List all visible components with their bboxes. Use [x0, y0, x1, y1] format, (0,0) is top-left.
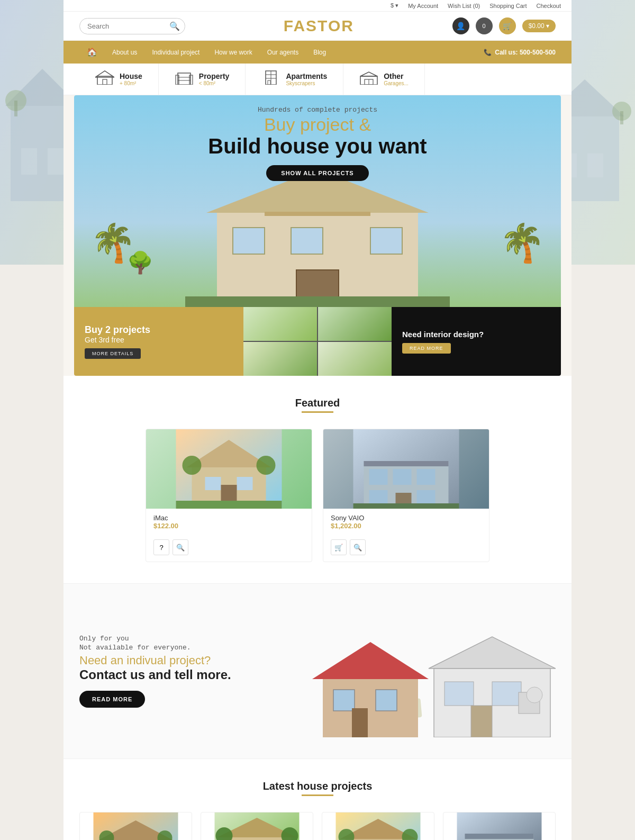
- product-actions-1: ? 🔍: [146, 535, 312, 562]
- latest-card-1: Samsung Galaxy Tab 10.1 $241.99: [79, 812, 192, 840]
- category-house[interactable]: House + 80m²: [79, 64, 159, 95]
- apartments-category-sub: Skyscrapers: [286, 80, 327, 86]
- latest-image-3: [322, 812, 434, 840]
- other-category-sub: Garages...: [384, 80, 409, 86]
- svg-rect-36: [233, 228, 265, 254]
- featured-grid: iMac $122.00 ? 🔍: [146, 429, 489, 562]
- cta-handwritten-1: Only for you: [79, 635, 231, 643]
- svg-rect-72: [492, 682, 521, 706]
- product-cart-2[interactable]: 🛒: [331, 539, 347, 555]
- wish-list-link[interactable]: Wish List (0): [448, 3, 480, 9]
- product-image-2: [323, 429, 489, 509]
- my-account-link[interactable]: My Account: [408, 3, 438, 9]
- nav-agents[interactable]: Our agents: [260, 42, 306, 62]
- nav-blog[interactable]: Blog: [306, 42, 333, 62]
- cta-title-black: Contact us and tell more.: [79, 667, 231, 682]
- svg-rect-102: [465, 834, 534, 839]
- product-card-2: Sony VAIO $1,202.00 🛒 🔍: [323, 429, 489, 562]
- nav-how-we-work[interactable]: How we work: [207, 42, 259, 62]
- svg-rect-21: [189, 75, 193, 85]
- hero-panel-thumbs: [243, 307, 392, 376]
- house-category-title: House: [120, 72, 142, 80]
- other-category-icon: [359, 70, 378, 88]
- product-zoom-1[interactable]: 🔍: [173, 539, 188, 555]
- promo-title: Buy 2 projects: [85, 324, 233, 336]
- cart-icon[interactable]: 🛒: [499, 17, 516, 34]
- product-price-2: $1,202.00: [331, 522, 482, 530]
- svg-rect-13: [587, 153, 603, 177]
- search-icon[interactable]: 🔍: [169, 21, 180, 31]
- svg-point-75: [527, 687, 542, 703]
- svg-rect-53: [364, 461, 449, 466]
- latest-title: Latest house projects: [79, 780, 556, 792]
- logo-highlight: T: [318, 17, 328, 34]
- svg-rect-60: [353, 503, 459, 509]
- checkout-link[interactable]: Checkout: [537, 3, 561, 9]
- hero-panel-interior: Need interior design? READ MORE: [392, 307, 561, 376]
- currency-selector[interactable]: $ ▾: [391, 2, 398, 9]
- notifications-icon[interactable]: 0: [476, 17, 493, 34]
- cta-read-more-button[interactable]: READ MORE: [79, 691, 145, 708]
- cta-section: Only for you Not available for everyone.…: [64, 583, 572, 758]
- nav-individual[interactable]: Individual project: [144, 42, 207, 62]
- category-property[interactable]: Property < 80m²: [159, 64, 246, 95]
- thumb-house-1: [243, 307, 317, 341]
- logo[interactable]: FASTOR: [284, 17, 354, 35]
- svg-marker-69: [429, 637, 556, 669]
- svg-rect-45: [205, 477, 221, 490]
- svg-rect-54: [369, 469, 388, 485]
- category-other[interactable]: Other Garages...: [343, 64, 425, 95]
- read-more-interior-button[interactable]: READ MORE: [402, 343, 451, 354]
- svg-rect-20: [176, 75, 179, 85]
- shopping-cart-link[interactable]: Shopping Cart: [489, 3, 527, 9]
- property-category-title: Property: [199, 72, 230, 80]
- svg-rect-15: [620, 111, 623, 124]
- house-category-sub: + 80m²: [120, 80, 142, 86]
- latest-section: Latest house projects: [64, 758, 572, 840]
- hero-wrapper: 🌴 🌴 🌳: [74, 95, 561, 376]
- latest-image-1: [80, 812, 192, 840]
- hero-text-overlay: Hundreds of complete projects Buy projec…: [74, 106, 561, 181]
- product-actions-2: 🛒 🔍: [323, 535, 489, 562]
- latest-card-3: HP LP3065 $122.00: [322, 812, 434, 840]
- product-info-2: Sony VAIO $1,202.00: [323, 509, 489, 535]
- nav-links: 🏠 About us Individual project How we wor…: [79, 41, 333, 64]
- cta-left: Only for you Not available for everyone.…: [79, 635, 231, 708]
- product-card-1: iMac $122.00 ? 🔍: [146, 429, 312, 562]
- svg-marker-30: [360, 72, 377, 76]
- call-us: 📞 Call us: 500-500-500: [484, 49, 556, 56]
- product-compare-1[interactable]: ?: [153, 539, 169, 555]
- palm-right: 🌴: [499, 221, 545, 265]
- cta-house-illustration: [291, 605, 556, 737]
- apartments-category-title: Apartments: [286, 72, 327, 80]
- svg-rect-28: [268, 80, 270, 85]
- search-input[interactable]: [87, 22, 169, 30]
- property-category-sub: < 80m²: [199, 80, 230, 86]
- home-nav-icon[interactable]: 🏠: [79, 41, 105, 64]
- nav-about[interactable]: About us: [105, 42, 144, 62]
- category-apartments[interactable]: Apartments Skyscrapers: [246, 64, 343, 95]
- user-icon[interactable]: 👤: [452, 17, 469, 34]
- svg-rect-67: [376, 690, 397, 711]
- latest-image-4: [443, 812, 555, 840]
- thumb-house-2: [318, 307, 392, 341]
- header-right: 👤 0 🛒 $0.00 ▾: [452, 17, 556, 34]
- product-zoom-2[interactable]: 🔍: [350, 539, 366, 555]
- search-box[interactable]: 🔍: [79, 18, 185, 34]
- phone-icon: 📞: [484, 49, 492, 56]
- apartments-category-text: Apartments Skyscrapers: [286, 72, 327, 86]
- svg-rect-55: [393, 469, 412, 485]
- category-bar: House + 80m² Property < 80m² Apartment: [64, 64, 572, 95]
- svg-rect-41: [185, 296, 450, 307]
- svg-point-50: [257, 456, 276, 475]
- show-all-projects-button[interactable]: SHOW ALL PROJECTS: [266, 165, 368, 181]
- featured-section: Featured: [64, 376, 572, 583]
- hero-scene: 🌴 🌴 🌳: [74, 95, 561, 307]
- svg-rect-4: [48, 148, 64, 175]
- interior-title: Need interior design?: [402, 330, 550, 339]
- svg-rect-40: [265, 212, 370, 216]
- hero-subtitle: Hundreds of complete projects: [85, 106, 550, 114]
- more-details-button[interactable]: MORE DETAILS: [85, 348, 141, 359]
- cart-amount-btn[interactable]: $0.00 ▾: [522, 20, 556, 32]
- svg-marker-64: [312, 642, 429, 679]
